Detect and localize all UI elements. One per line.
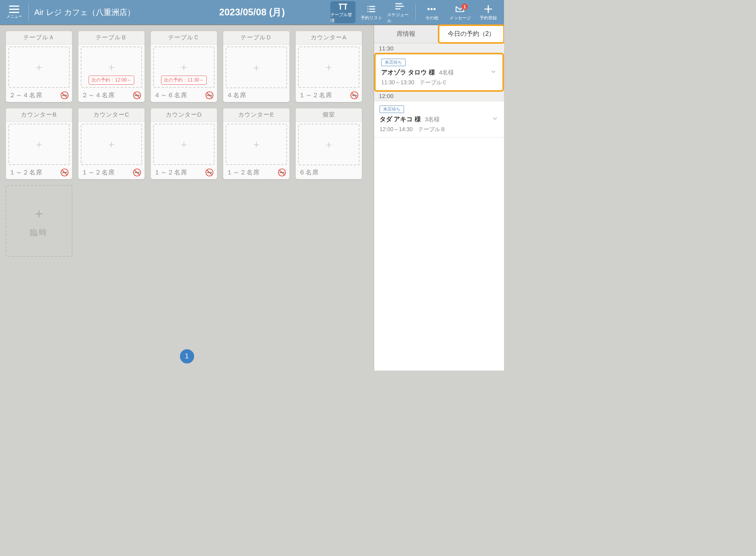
- no-smoking-icon: [133, 91, 141, 100]
- store-name: Air レジ カフェ（八重洲店）: [32, 7, 135, 18]
- table-card[interactable]: テーブルＣ ＋ 次の予約：11:30～ ４～６名席: [150, 31, 217, 102]
- nav-label: 予約登録: [480, 15, 497, 21]
- guest-name: タダ アキコ 様: [380, 116, 421, 122]
- reservation-list: 11:30 来店待ち アオゾラ タロウ 様4名様 11:30～13:30 テーブ…: [374, 43, 504, 371]
- table-card[interactable]: テーブルＤ ＋ ４名席: [223, 31, 290, 102]
- nav-schedule[interactable]: スケジュール: [387, 1, 412, 23]
- status-tag: 来店待ち: [380, 106, 404, 113]
- capacity: １～２名席: [9, 169, 43, 177]
- table-name: カウンターB: [6, 108, 72, 122]
- table-card[interactable]: カウンターE ＋ １～２名席: [223, 108, 290, 180]
- nav-other[interactable]: その他: [419, 1, 444, 23]
- table-footer: １～２名席: [223, 167, 289, 179]
- table-name: 個室: [296, 108, 362, 122]
- reservation-item[interactable]: 来店待ち アオゾラ タロウ 様4名様 11:30～13:30 テーブルＣ: [374, 53, 504, 92]
- next-reservation: 次の予約：11:30～: [161, 76, 207, 85]
- resv-add-icon: [483, 4, 493, 15]
- table-footer: １～２名席: [296, 89, 362, 102]
- divider: [28, 4, 29, 21]
- menu-button[interactable]: メニュー: [3, 1, 25, 23]
- table-footer: ６名席: [296, 167, 362, 179]
- table-footer: １～２名席: [78, 167, 145, 179]
- status-tag: 来店待ち: [381, 59, 406, 66]
- nav-resv-add[interactable]: 予約登録: [476, 1, 501, 23]
- table-body[interactable]: ＋: [153, 124, 215, 165]
- no-smoking-icon: [60, 168, 69, 177]
- plus-icon: ＋: [179, 60, 189, 74]
- nav-resv-list[interactable]: 予約リスト: [359, 1, 384, 23]
- capacity: １～２名席: [82, 169, 115, 177]
- table-body[interactable]: ＋: [226, 124, 287, 165]
- guest-count: 3名様: [425, 116, 440, 122]
- plus-icon: ＋: [106, 137, 117, 151]
- other-icon: [426, 4, 437, 15]
- plus-icon: ＋: [32, 204, 46, 222]
- hamburger-icon: [9, 6, 19, 13]
- chevron-down-icon: [490, 68, 497, 77]
- capacity: ４～６名席: [154, 91, 187, 100]
- menu-label: メニュー: [6, 14, 22, 19]
- side-tab[interactable]: 今日の予約（2）: [438, 24, 504, 44]
- table-card[interactable]: カウンターD ＋ １～２名席: [150, 108, 217, 180]
- reservation-meta: 12:00～14:30 テーブルＢ: [380, 126, 498, 133]
- no-smoking-icon: [133, 168, 141, 177]
- table-body[interactable]: ＋: [81, 124, 142, 165]
- chevron-down-icon: [491, 115, 498, 124]
- table-footer: ４～６名席: [151, 89, 217, 102]
- table-body[interactable]: ＋: [298, 46, 359, 88]
- nav-label: スケジュール: [387, 12, 412, 24]
- table-name: カウンターD: [151, 108, 217, 122]
- table-mgmt-icon: [338, 1, 348, 11]
- table-body[interactable]: ＋ 次の予約：11:30～: [153, 46, 215, 88]
- table-card[interactable]: テーブルＢ ＋ 次の予約：12:00～ ２～４名席: [78, 31, 145, 102]
- no-smoking-icon: [278, 168, 286, 177]
- table-name: テーブルＢ: [78, 31, 145, 44]
- capacity: ４名席: [226, 91, 246, 100]
- time-row: 12:00: [374, 91, 504, 101]
- add-table-card[interactable]: ＋臨時: [6, 185, 72, 257]
- guest-name: アオゾラ タロウ 様: [381, 69, 435, 76]
- table-card[interactable]: カウンターA ＋ １～２名席: [295, 31, 362, 102]
- nav-label: その他: [425, 15, 438, 21]
- table-card[interactable]: カウンターB ＋ １～２名席: [6, 108, 72, 180]
- table-footer: ２～４名席: [78, 89, 145, 102]
- table-body[interactable]: ＋: [8, 124, 70, 165]
- nav-table-mgmt[interactable]: テーブル管理: [330, 1, 356, 23]
- table-panel: テーブルＡ ＋ ２～４名席 テーブルＢ ＋ 次の予約：12:00～ ２～４名席 …: [0, 25, 374, 371]
- table-name: カウンターE: [223, 108, 289, 122]
- table-footer: ４名席: [223, 90, 289, 102]
- table-name: テーブルＡ: [6, 31, 72, 44]
- table-name: カウンターC: [78, 108, 145, 122]
- plus-icon: ＋: [179, 137, 189, 151]
- table-card[interactable]: 個室 ＋ ６名席: [295, 108, 362, 180]
- no-smoking-icon: [205, 168, 214, 177]
- table-body[interactable]: ＋: [226, 46, 287, 88]
- time-row: 11:30: [374, 43, 504, 54]
- table-card[interactable]: カウンターC ＋ １～２名席: [78, 108, 145, 180]
- next-reservation: 次の予約：12:00～: [89, 76, 134, 85]
- plus-icon: ＋: [324, 138, 334, 152]
- plus-icon: ＋: [324, 60, 334, 74]
- table-body[interactable]: ＋: [8, 46, 70, 88]
- side-tab[interactable]: 席情報: [374, 25, 438, 43]
- badge: 1: [461, 4, 468, 10]
- capacity: １～２名席: [154, 169, 187, 177]
- nav-messages[interactable]: メッセージ1: [447, 1, 472, 23]
- pager-page[interactable]: 1: [180, 349, 194, 363]
- plus-icon: ＋: [251, 137, 261, 151]
- main-area: テーブルＡ ＋ ２～４名席 テーブルＢ ＋ 次の予約：12:00～ ２～４名席 …: [0, 24, 504, 371]
- table-card[interactable]: テーブルＡ ＋ ２～４名席: [6, 31, 72, 102]
- reservation-meta: 11:30～13:30 テーブルＣ: [381, 79, 497, 86]
- plus-icon: ＋: [34, 60, 44, 74]
- divider: [415, 4, 416, 21]
- table-footer: １～２名席: [151, 167, 217, 179]
- table-body[interactable]: ＋ 次の予約：12:00～: [81, 46, 142, 88]
- table-name: テーブルＤ: [223, 31, 289, 44]
- guest-count: 4名様: [439, 69, 454, 76]
- side-panel: 席情報今日の予約（2） 11:30 来店待ち アオゾラ タロウ 様4名様 11:…: [374, 25, 504, 371]
- table-grid: テーブルＡ ＋ ２～４名席 テーブルＢ ＋ 次の予約：12:00～ ２～４名席 …: [0, 25, 374, 262]
- table-body[interactable]: ＋: [298, 124, 359, 165]
- capacity: ２～４名席: [9, 91, 43, 100]
- reservation-item[interactable]: 来店待ち タダ アキコ 様3名様 12:00～14:30 テーブルＢ: [374, 101, 504, 137]
- no-smoking-icon: [350, 91, 359, 100]
